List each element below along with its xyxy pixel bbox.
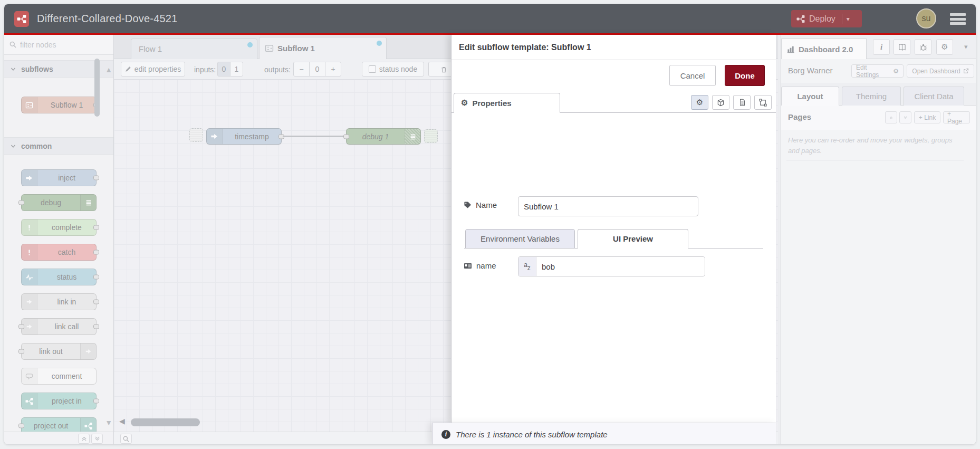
subflow-name-input[interactable] [518,196,698,216]
module-properties-button[interactable] [754,95,772,110]
status-icon [22,269,37,285]
node-output-port[interactable] [93,324,99,329]
expand-all-categories-button[interactable] [91,434,103,444]
node-output-port[interactable] [93,300,99,304]
node-palette: subflows Subflow 1 common injectdebugcom… [4,35,114,445]
palette-node-subflow-1[interactable]: Subflow 1 [21,97,97,113]
zoom-search-button[interactable] [120,434,132,444]
horizontal-scrollbar-thumb[interactable] [131,418,200,426]
palette-node-label: comment [37,368,96,384]
palette-node-link-call[interactable]: link call [21,318,97,335]
subflow-input-stub[interactable] [189,128,203,142]
edit-settings-button[interactable]: Edit Settings ⚙ [851,64,904,78]
palette-scroll-down-icon[interactable]: ▼ [105,418,112,427]
palette-scroll-up-icon[interactable]: ▲ [105,65,112,74]
tab-client-data[interactable]: Client Data [904,87,964,106]
palette-node-comment[interactable]: comment [21,368,97,385]
outputs-plus-button[interactable]: + [325,62,341,77]
palette-node-catch[interactable]: catch [21,244,97,261]
canvas-node-timestamp[interactable]: timestamp [206,128,282,145]
tab-properties[interactable]: ⚙ Properties [454,93,560,113]
chevron-down-icon [11,66,16,72]
deploy-separator [842,14,842,24]
add-link-button[interactable]: + Link [914,111,940,123]
string-type-icon[interactable]: az [518,257,536,276]
info-button[interactable]: i [873,39,890,55]
status-node-toggle[interactable]: status node [362,62,424,77]
tab-flow-1[interactable]: Flow 1 [131,39,257,59]
palette-category-common[interactable]: common [4,137,113,155]
node-input-port[interactable] [18,324,24,329]
collapse-all-categories-button[interactable] [78,434,90,444]
pages-section-header: Pages + Link + Page [781,106,976,130]
env-value-input[interactable] [536,257,705,276]
outputs-count: 0 [309,62,325,77]
open-dashboard-label: Open Dashboard [912,68,960,75]
palette-node-complete[interactable]: complete [21,219,97,236]
inputs-0-button[interactable]: 0 [217,62,230,77]
status-node-checkbox[interactable] [369,65,376,73]
palette-node-project-in[interactable]: project in [21,393,97,409]
palette-search[interactable] [4,35,113,55]
inputs-1-button[interactable]: 1 [230,62,243,77]
info-icon: i [880,43,882,52]
expand-pages-button[interactable] [899,111,911,123]
link-icon [22,294,37,310]
outputs-minus-button[interactable]: − [293,62,310,77]
debug-bug-button[interactable] [915,39,931,55]
app-window: Different-Collared-Dove-4521 Deploy ▾ su… [4,4,976,445]
node-output-port[interactable] [93,275,99,280]
palette-node-link-out[interactable]: link out [21,343,97,360]
debug-sidebar-toggle-icon[interactable] [405,129,420,144]
node-input-port[interactable] [18,349,24,354]
sidebar-menu-caret-icon[interactable]: ▾ [964,43,968,51]
description-view-button[interactable] [733,95,751,110]
wire[interactable] [283,136,346,137]
palette-scrollbar-thumb[interactable] [94,59,100,117]
deploy-button[interactable]: Deploy ▾ [791,10,862,27]
palette-node-link-in[interactable]: link in [21,293,97,310]
tab-dashboard-2[interactable]: Dashboard 2.0 [781,39,867,59]
env-field-label: name [464,261,496,270]
node-output-port[interactable] [93,225,99,230]
node-output-port[interactable] [93,176,99,180]
tab-theming[interactable]: Theming [842,87,901,106]
node-output-port[interactable] [93,250,99,255]
tab-layout[interactable]: Layout [781,87,839,106]
filter-nodes-input[interactable] [20,41,99,49]
canvas-node-debug-1[interactable]: debug 1 [346,128,421,145]
tab-ui-preview[interactable]: UI Preview [578,229,688,249]
node-output-port[interactable] [93,399,99,404]
tab-environment-variables[interactable]: Environment Variables [465,229,575,249]
properties-view-button[interactable]: ⚙ [691,95,708,110]
tab-subflow-1[interactable]: Subflow 1 [259,37,387,59]
open-dashboard-button[interactable]: Open Dashboard [907,64,974,78]
deploy-caret-icon[interactable]: ▾ [847,15,850,23]
collapse-pages-button[interactable] [885,111,897,123]
node-input-port[interactable] [18,200,24,205]
palette-node-label: link call [37,319,96,335]
help-book-button[interactable] [893,39,910,55]
cancel-button[interactable]: Cancel [669,65,716,86]
palette-node-inject[interactable]: inject [21,169,97,186]
scroll-left-icon[interactable]: ◀ [119,417,125,425]
edit-properties-button[interactable]: edit properties [121,62,185,77]
user-avatar[interactable]: su [916,8,936,28]
node-red-logo-icon [14,11,29,27]
node-input-port[interactable] [18,424,24,428]
settings-button[interactable]: ⚙ [936,39,953,55]
appearance-view-button[interactable] [712,95,729,110]
dialog-body: Edit subflow template: Subflow 1 Cancel … [451,35,776,423]
palette-node-status[interactable]: status [21,269,97,285]
palette-common-items: injectdebugcompletecatchstatuslink inlin… [4,155,113,445]
node-input-port[interactable] [343,134,349,139]
dialog-title: Edit subflow template: Subflow 1 [451,35,776,60]
dialog-buttons: Cancel Done [451,60,776,93]
sidebar-tabbar: Dashboard 2.0 i ⚙ ▾ [781,35,976,59]
done-button[interactable]: Done [725,65,765,86]
project-icon [22,393,37,409]
main-menu-button[interactable] [950,13,966,25]
add-page-button[interactable]: + Page [943,111,970,123]
palette-node-debug[interactable]: debug [21,194,97,211]
env-value-input-group: az [518,256,705,276]
